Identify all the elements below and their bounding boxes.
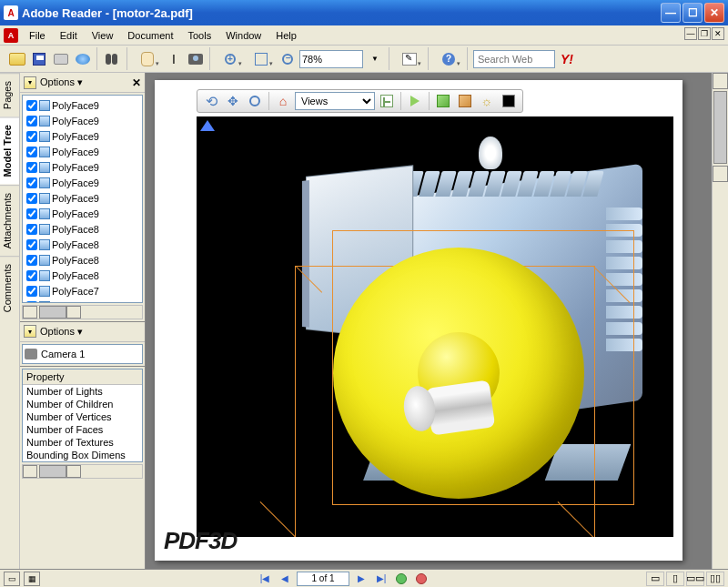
tree-checkbox[interactable] bbox=[26, 162, 37, 173]
help-button[interactable]: ? bbox=[434, 49, 463, 69]
tree-item[interactable]: PolyFace9 bbox=[25, 159, 140, 175]
options-menu[interactable]: Options ▾ bbox=[40, 76, 128, 88]
prev-page-button[interactable]: ◀ bbox=[277, 572, 293, 586]
panel-menu-button[interactable]: ▾ bbox=[24, 76, 36, 89]
tree-checkbox[interactable] bbox=[26, 131, 37, 142]
render-mode-button[interactable] bbox=[433, 92, 453, 110]
model-tree-list[interactable]: PolyFace9PolyFace9PolyFace9PolyFace9Poly… bbox=[22, 95, 143, 303]
tree-item[interactable]: PolyFace9 bbox=[25, 190, 140, 206]
tree-checkbox[interactable] bbox=[26, 255, 37, 266]
single-page-button[interactable]: ▭ bbox=[646, 572, 664, 586]
tree-item[interactable]: PolyFace9 bbox=[25, 175, 140, 190]
tree-checkbox[interactable] bbox=[26, 301, 37, 303]
page-layout-button[interactable]: ▭ bbox=[4, 572, 20, 586]
tree-item[interactable]: PolyFace8 bbox=[25, 221, 140, 237]
tree-checkbox[interactable] bbox=[26, 147, 37, 157]
tab-pages[interactable]: Pages bbox=[0, 73, 19, 116]
print-button[interactable] bbox=[51, 49, 71, 69]
page-thumbnails-button[interactable]: ▦ bbox=[24, 572, 40, 586]
close-button[interactable]: ✕ bbox=[704, 3, 724, 23]
render-mode2-button[interactable] bbox=[455, 92, 475, 110]
hand-tool-button[interactable] bbox=[133, 49, 162, 69]
mesh-icon bbox=[39, 208, 50, 219]
tree-item[interactable]: PolyFace8 bbox=[25, 237, 140, 252]
tree-item[interactable]: PolyFace7 bbox=[25, 283, 140, 299]
email-button[interactable] bbox=[73, 49, 93, 69]
tree-checkbox[interactable] bbox=[26, 116, 37, 127]
tree-checkbox[interactable] bbox=[26, 270, 37, 281]
document-vertical-scrollbar[interactable] bbox=[712, 73, 728, 569]
maximize-button[interactable]: ☐ bbox=[682, 3, 703, 23]
yahoo-search-button[interactable]: Y! bbox=[557, 49, 577, 69]
continuous-button[interactable]: ▯ bbox=[666, 572, 684, 586]
web-search-input[interactable] bbox=[473, 50, 555, 68]
tree-checkbox[interactable] bbox=[26, 100, 37, 111]
tree-item[interactable]: PolyFace9 bbox=[25, 144, 140, 159]
last-page-button[interactable]: ▶| bbox=[373, 572, 389, 586]
tree-checkbox[interactable] bbox=[26, 177, 37, 188]
mdi-close-button[interactable]: ✕ bbox=[712, 27, 724, 40]
viewport-3d[interactable] bbox=[197, 116, 673, 537]
lighting-button[interactable]: ☼ bbox=[477, 92, 497, 110]
home-view-button[interactable]: ⌂ bbox=[273, 92, 293, 110]
menu-document[interactable]: Document bbox=[120, 28, 180, 43]
zoom-dropdown-button[interactable]: ▼ bbox=[365, 49, 385, 69]
next-page-button[interactable]: ▶ bbox=[353, 572, 369, 586]
mesh-icon bbox=[39, 255, 50, 266]
tree-item[interactable]: PolyFace7 bbox=[25, 299, 140, 303]
tree-checkbox[interactable] bbox=[26, 239, 37, 250]
tab-attachments[interactable]: Attachments bbox=[0, 185, 19, 256]
page-number-display[interactable]: 1 of 1 bbox=[297, 572, 349, 586]
tree-item[interactable]: PolyFace9 bbox=[25, 113, 140, 128]
zoom-in-button[interactable] bbox=[216, 49, 245, 69]
facing-button[interactable]: ▭▭ bbox=[686, 572, 704, 586]
save-icon bbox=[33, 53, 46, 66]
camera-list[interactable]: Camera 1 bbox=[22, 344, 143, 364]
play-animation-button[interactable] bbox=[405, 92, 425, 110]
menu-window[interactable]: Window bbox=[218, 28, 268, 43]
camera-menu-button[interactable]: ▾ bbox=[24, 325, 36, 338]
tree-item[interactable]: PolyFace8 bbox=[25, 268, 140, 283]
save-button[interactable] bbox=[29, 49, 49, 69]
tree-item[interactable]: PolyFace8 bbox=[25, 252, 140, 268]
menu-edit[interactable]: Edit bbox=[53, 28, 85, 43]
model-tree-toggle-button[interactable] bbox=[377, 92, 397, 110]
tree-checkbox[interactable] bbox=[26, 224, 37, 235]
tab-model-tree[interactable]: Model Tree bbox=[0, 116, 19, 184]
tab-comments[interactable]: Comments bbox=[0, 256, 19, 319]
background-color-button[interactable] bbox=[499, 92, 519, 110]
zoom-3d-button[interactable] bbox=[245, 92, 265, 110]
mdi-minimize-button[interactable]: — bbox=[684, 27, 697, 40]
tree-checkbox[interactable] bbox=[26, 193, 37, 204]
tree-horizontal-scrollbar[interactable] bbox=[22, 305, 143, 319]
search-button[interactable] bbox=[103, 49, 123, 69]
open-button[interactable] bbox=[7, 49, 27, 69]
menu-view[interactable]: View bbox=[85, 28, 121, 43]
select-tool-button[interactable]: I bbox=[164, 49, 184, 69]
menu-tools[interactable]: Tools bbox=[181, 28, 219, 43]
menu-file[interactable]: File bbox=[22, 28, 53, 43]
zoom-out-button[interactable] bbox=[278, 49, 298, 69]
pan-tool-button[interactable]: ✥ bbox=[223, 92, 243, 110]
continuous-facing-button[interactable]: ▯▯ bbox=[706, 572, 724, 586]
panel-close-button[interactable]: ✕ bbox=[132, 76, 141, 89]
minimize-button[interactable]: — bbox=[661, 3, 681, 23]
tree-item[interactable]: PolyFace9 bbox=[25, 97, 140, 113]
tree-item[interactable]: PolyFace9 bbox=[25, 128, 140, 144]
menu-help[interactable]: Help bbox=[268, 28, 304, 43]
first-page-button[interactable]: |◀ bbox=[257, 572, 273, 586]
snapshot-button[interactable] bbox=[186, 49, 206, 69]
mdi-restore-button[interactable]: ❐ bbox=[698, 27, 711, 40]
nav-forward-button[interactable] bbox=[413, 572, 430, 586]
tree-checkbox[interactable] bbox=[26, 208, 37, 219]
zoom-level-select[interactable] bbox=[299, 50, 363, 68]
props-horizontal-scrollbar[interactable] bbox=[22, 464, 143, 479]
rotate-tool-button[interactable]: ⟲ bbox=[201, 92, 221, 110]
tree-checkbox[interactable] bbox=[26, 286, 37, 297]
camera-options-menu[interactable]: Options ▾ bbox=[40, 326, 141, 338]
zoom-fit-button[interactable] bbox=[247, 49, 276, 69]
views-select[interactable]: Views bbox=[295, 92, 375, 110]
tree-item[interactable]: PolyFace9 bbox=[25, 206, 140, 221]
sign-button[interactable] bbox=[395, 49, 424, 69]
nav-back-button[interactable] bbox=[393, 572, 410, 586]
